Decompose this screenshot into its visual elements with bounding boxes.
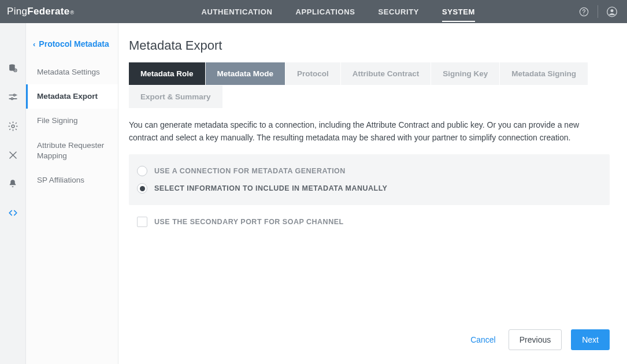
sidebar-item-metadata-export[interactable]: Metadata Export bbox=[26, 84, 118, 109]
checkbox-icon bbox=[137, 217, 147, 227]
topbar-divider bbox=[598, 5, 598, 18]
database-icon[interactable] bbox=[7, 62, 18, 74]
sidebar-back[interactable]: ‹ Protocol Metadata bbox=[26, 39, 118, 60]
sidebar-item-attribute-requester-mapping[interactable]: Attribute Requester Mapping bbox=[26, 133, 118, 168]
brand-suffix: Federate bbox=[27, 6, 69, 17]
radio-label: USE A CONNECTION FOR METADATA GENERATION bbox=[154, 167, 346, 175]
sliders-icon[interactable] bbox=[7, 91, 18, 103]
topnav-system[interactable]: SYSTEM bbox=[442, 2, 475, 22]
topbar-right bbox=[578, 5, 618, 18]
wizard-tabs: Metadata Role Metadata Mode Protocol Att… bbox=[129, 62, 610, 109]
sidebar-item-label: Attribute Requester Mapping bbox=[37, 141, 104, 160]
sidebar-item-label: Metadata Settings bbox=[37, 68, 100, 76]
wizard-footer: Cancel Previous Next bbox=[129, 319, 610, 364]
brand-logo: PingFederate® bbox=[7, 6, 74, 17]
brand-prefix: Ping bbox=[7, 6, 27, 17]
code-icon[interactable] bbox=[7, 207, 18, 218]
wizard-tab-export-summary: Export & Summary bbox=[129, 86, 223, 109]
topnav-security[interactable]: SECURITY bbox=[378, 2, 419, 22]
topnav-applications[interactable]: APPLICATIONS bbox=[295, 2, 355, 22]
wizard-tab-metadata-role[interactable]: Metadata Role bbox=[129, 62, 206, 86]
radio-select-manually[interactable]: SELECT INFORMATION TO INCLUDE IN METADAT… bbox=[137, 180, 602, 197]
radio-icon bbox=[137, 183, 147, 194]
sidebar: ‹ Protocol Metadata Metadata Settings Me… bbox=[26, 23, 118, 364]
sidebar-item-file-signing[interactable]: File Signing bbox=[26, 109, 118, 133]
wizard-tab-metadata-mode[interactable]: Metadata Mode bbox=[206, 62, 286, 86]
sidebar-back-label: Protocol Metadata bbox=[39, 39, 109, 49]
user-icon[interactable] bbox=[606, 6, 618, 17]
wizard-tab-attribute-contract: Attribute Contract bbox=[341, 62, 432, 86]
wizard-tab-protocol: Protocol bbox=[285, 62, 341, 86]
top-bar: PingFederate® AUTHENTICATION APPLICATION… bbox=[0, 0, 627, 23]
sidebar-item-metadata-settings[interactable]: Metadata Settings bbox=[26, 60, 118, 84]
icon-rail bbox=[0, 23, 26, 364]
previous-button[interactable]: Previous bbox=[509, 329, 562, 350]
svg-point-3 bbox=[611, 9, 614, 12]
topnav-authentication[interactable]: AUTHENTICATION bbox=[201, 2, 272, 22]
sidebar-item-label: File Signing bbox=[37, 116, 78, 125]
radio-icon bbox=[137, 166, 147, 176]
sidebar-item-label: Metadata Export bbox=[37, 92, 98, 101]
brand-reg: ® bbox=[71, 10, 75, 16]
main-content: Metadata Export Metadata Role Metadata M… bbox=[118, 23, 627, 364]
svg-point-8 bbox=[12, 125, 14, 128]
wizard-tab-signing-key: Signing Key bbox=[431, 62, 500, 86]
top-nav: AUTHENTICATION APPLICATIONS SECURITY SYS… bbox=[201, 2, 475, 22]
svg-point-7 bbox=[11, 98, 13, 99]
sidebar-item-sp-affiliations[interactable]: SP Affiliations bbox=[26, 168, 118, 192]
wizard-tab-metadata-signing: Metadata Signing bbox=[500, 62, 588, 86]
bell-icon[interactable] bbox=[7, 178, 18, 190]
svg-point-6 bbox=[13, 94, 15, 95]
page-description: You can generate metadata specific to a … bbox=[129, 119, 610, 144]
page-title: Metadata Export bbox=[129, 38, 610, 53]
next-button[interactable]: Next bbox=[571, 329, 610, 350]
checkbox-label: USE THE SECONDARY PORT FOR SOAP CHANNEL bbox=[154, 218, 344, 226]
radio-label: SELECT INFORMATION TO INCLUDE IN METADAT… bbox=[154, 184, 387, 192]
sidebar-item-label: SP Affiliations bbox=[37, 176, 84, 184]
checkbox-secondary-port[interactable]: USE THE SECONDARY PORT FOR SOAP CHANNEL bbox=[129, 213, 610, 231]
cancel-button[interactable]: Cancel bbox=[467, 330, 499, 349]
chevron-left-icon: ‹ bbox=[33, 39, 35, 50]
help-icon[interactable] bbox=[578, 6, 589, 17]
gear-icon[interactable] bbox=[7, 120, 18, 132]
tools-icon[interactable] bbox=[7, 149, 18, 161]
metadata-mode-options: USE A CONNECTION FOR METADATA GENERATION… bbox=[129, 154, 610, 205]
svg-point-1 bbox=[583, 13, 584, 14]
radio-use-connection[interactable]: USE A CONNECTION FOR METADATA GENERATION bbox=[137, 162, 602, 180]
